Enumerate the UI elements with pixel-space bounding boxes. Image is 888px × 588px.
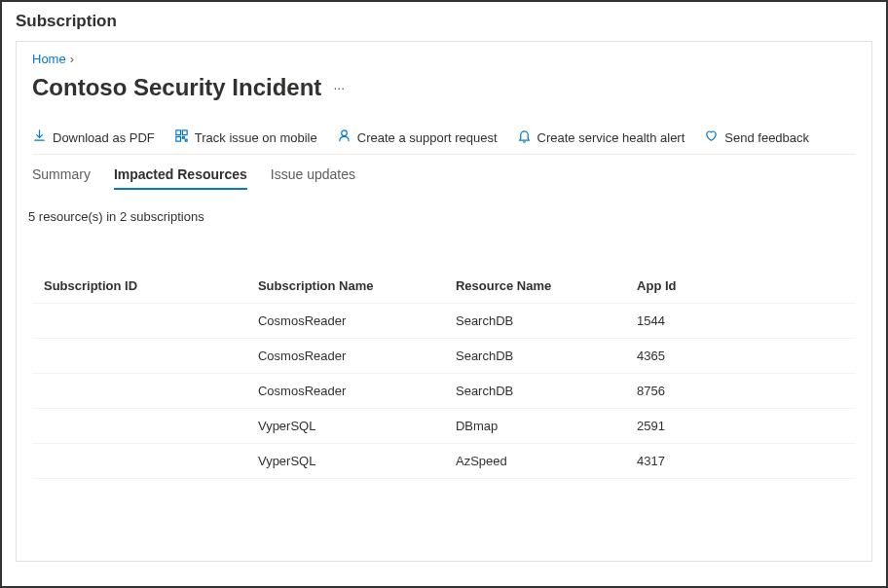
resources-table-wrap: Subscription ID Subscription Name Resour… <box>32 269 856 479</box>
track-mobile-button[interactable]: Track issue on mobile <box>174 129 317 146</box>
toolbar-label: Create service health alert <box>537 130 685 145</box>
col-resource-name: Resource Name <box>444 269 625 304</box>
cell-sub_name: CosmosReader <box>246 304 444 339</box>
cell-sub_name: CosmosReader <box>246 374 444 409</box>
svg-rect-3 <box>182 136 184 138</box>
tab-impacted-resources[interactable]: Impacted Resources <box>114 159 247 190</box>
cell-app_id: 8756 <box>625 374 856 409</box>
svg-rect-2 <box>176 136 181 141</box>
cell-sub_name: VyperSQL <box>246 444 444 479</box>
svg-point-5 <box>341 130 347 136</box>
download-pdf-button[interactable]: Download as PDF <box>32 129 155 146</box>
page-header: Subscription <box>2 2 886 37</box>
content-card: Home › Contoso Security Incident ··· Dow… <box>16 41 872 562</box>
cell-resource: SearchDB <box>444 339 625 374</box>
download-icon <box>32 129 47 146</box>
health-alert-button[interactable]: Create service health alert <box>517 129 685 146</box>
col-subscription-name: Subscription Name <box>246 269 444 304</box>
toolbar-label: Track issue on mobile <box>195 130 317 145</box>
feedback-button[interactable]: Send feedback <box>704 129 809 146</box>
cell-sub_name: CosmosReader <box>246 339 444 374</box>
page-title: Contoso Security Incident <box>32 74 321 101</box>
col-app-id: App Id <box>625 269 856 304</box>
toolbar-label: Create a support request <box>357 130 498 145</box>
title-row: Contoso Security Incident ··· <box>32 74 856 101</box>
svg-rect-1 <box>182 130 187 135</box>
table-row: VyperSQLAzSpeed4317 <box>32 444 856 479</box>
table-row: CosmosReaderSearchDB4365 <box>32 339 856 374</box>
table-row: VyperSQLDBmap2591 <box>32 409 856 444</box>
toolbar-label: Download as PDF <box>53 130 155 145</box>
bell-icon <box>517 129 532 146</box>
cell-sub_id <box>32 339 246 374</box>
more-actions-button[interactable]: ··· <box>333 80 345 95</box>
svg-rect-0 <box>176 130 181 135</box>
breadcrumb: Home › <box>32 52 856 66</box>
heart-icon <box>704 129 719 146</box>
resource-count-summary: 5 resource(s) in 2 subscriptions <box>28 209 856 224</box>
cell-sub_id <box>32 409 246 444</box>
cell-app_id: 4365 <box>625 339 856 374</box>
col-subscription-id: Subscription ID <box>32 269 246 304</box>
cell-sub_name: VyperSQL <box>246 409 444 444</box>
cell-resource: SearchDB <box>444 304 625 339</box>
table-header-row: Subscription ID Subscription Name Resour… <box>32 269 856 304</box>
cell-app_id: 2591 <box>625 409 856 444</box>
person-icon <box>337 129 352 146</box>
qr-icon <box>174 129 189 146</box>
cell-sub_id <box>32 304 246 339</box>
cell-app_id: 4317 <box>625 444 856 479</box>
svg-rect-4 <box>185 139 187 141</box>
support-request-button[interactable]: Create a support request <box>337 129 498 146</box>
cell-app_id: 1544 <box>625 304 856 339</box>
cell-sub_id <box>32 444 246 479</box>
cell-resource: SearchDB <box>444 374 625 409</box>
cell-sub_id <box>32 374 246 409</box>
table-row: CosmosReaderSearchDB1544 <box>32 304 856 339</box>
table-row: CosmosReaderSearchDB8756 <box>32 374 856 409</box>
toolbar: Download as PDF Track issue on mobile <box>32 129 856 155</box>
tabs: Summary Impacted Resources Issue updates <box>32 159 856 190</box>
breadcrumb-home[interactable]: Home <box>32 52 66 66</box>
cell-resource: AzSpeed <box>444 444 625 479</box>
tab-issue-updates[interactable]: Issue updates <box>271 159 355 190</box>
cell-resource: DBmap <box>444 409 625 444</box>
toolbar-label: Send feedback <box>724 130 809 145</box>
chevron-right-icon: › <box>70 52 74 66</box>
resources-table: Subscription ID Subscription Name Resour… <box>32 269 856 479</box>
tab-summary[interactable]: Summary <box>32 159 91 190</box>
